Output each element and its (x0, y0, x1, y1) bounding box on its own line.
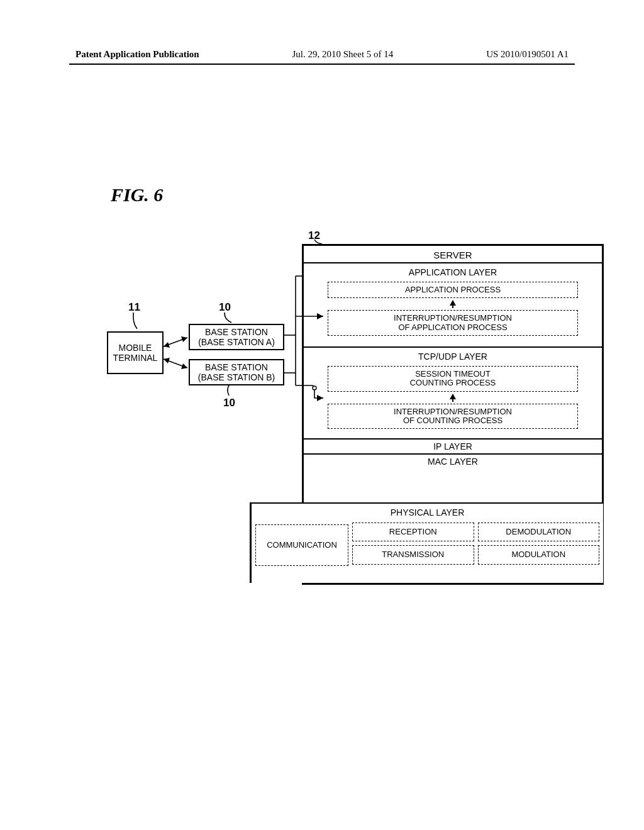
svg-marker-4 (181, 363, 187, 369)
communication-box: COMMUNICATION (255, 524, 348, 566)
base-station-b-label: BASE STATION (BASE STATION B) (198, 362, 275, 382)
arrow-up-icon (450, 394, 456, 399)
arrow-shaft (452, 399, 453, 402)
server-box: SERVER APPLICATION LAYER APPLICATION PRO… (302, 244, 604, 585)
application-layer: APPLICATION LAYER APPLICATION PROCESS IN… (304, 262, 602, 346)
ref-bs-b: 10 (223, 397, 235, 409)
demodulation-box: DEMODULATION (478, 523, 600, 541)
tcp-interrupt-box: INTERRUPTION/RESUMPTION OF COUNTING PROC… (328, 404, 577, 429)
mobile-terminal-label: MOBILE TERMINAL (113, 343, 158, 363)
physical-layer-title: PHYSICAL LAYER (255, 506, 599, 520)
header-center: Jul. 29, 2010 Sheet 5 of 14 (292, 49, 394, 60)
phys-right-col: RECEPTION DEMODULATION TRANSMISSION MODU… (352, 523, 599, 568)
application-layer-title: APPLICATION LAYER (308, 266, 598, 280)
tcp-interrupt-label: INTERRUPTION/RESUMPTION OF COUNTING PROC… (394, 407, 512, 425)
physical-layer-grid: COMMUNICATION RECEPTION DEMODULATION TRA… (255, 523, 599, 568)
phys-comm-col: COMMUNICATION (255, 523, 348, 568)
ref-bs-a: 10 (219, 301, 231, 314)
app-interrupt-box: INTERRUPTION/RESUMPTION OF APPLICATION P… (328, 310, 577, 336)
session-timeout-label: SESSION TIMEOUT COUNTING PROCESS (410, 369, 496, 387)
server-title: SERVER (304, 246, 602, 262)
physical-layer: PHYSICAL LAYER COMMUNICATION RECEPTION D… (250, 502, 603, 583)
header-left: Patent Application Publication (75, 49, 199, 60)
session-timeout-box: SESSION TIMEOUT COUNTING PROCESS (328, 366, 577, 392)
arrow-shaft (452, 306, 453, 308)
page: Patent Application Publication Jul. 29, … (0, 0, 644, 830)
base-station-b-box: BASE STATION (BASE STATION B) (189, 359, 284, 385)
app-interrupt-label: INTERRUPTION/RESUMPTION OF APPLICATION P… (394, 313, 512, 331)
svg-marker-1 (181, 336, 187, 342)
page-header: Patent Application Publication Jul. 29, … (50, 49, 594, 62)
application-process-box: APPLICATION PROCESS (328, 282, 577, 298)
ref-mobile: 11 (128, 301, 140, 314)
base-station-a-label: BASE STATION (BASE STATION A) (198, 327, 275, 347)
reception-box: RECEPTION (352, 523, 474, 541)
header-rule (69, 64, 575, 65)
phys-tx-row: TRANSMISSION MODULATION (352, 545, 599, 564)
tcp-udp-layer: TCP/UDP LAYER SESSION TIMEOUT COUNTING P… (304, 346, 602, 438)
ip-layer: IP LAYER (304, 438, 602, 453)
arrow-up-icon (450, 300, 456, 306)
svg-marker-5 (164, 358, 170, 363)
transmission-box: TRANSMISSION (352, 545, 474, 564)
figure-area: FIG. 6 11 10 10 12 MOBILE TERMINAL BASE … (88, 191, 604, 593)
ref-server: 12 (308, 230, 320, 242)
svg-line-3 (164, 359, 187, 368)
phys-rx-row: RECEPTION DEMODULATION (352, 523, 599, 541)
svg-line-0 (164, 338, 187, 346)
svg-marker-2 (164, 342, 170, 348)
tcp-udp-layer-title: TCP/UDP LAYER (308, 350, 598, 364)
base-station-a-box: BASE STATION (BASE STATION A) (189, 324, 284, 350)
mac-layer: MAC LAYER (304, 453, 602, 468)
modulation-box: MODULATION (478, 545, 600, 564)
mobile-terminal-box: MOBILE TERMINAL (107, 331, 164, 374)
figure-label: FIG. 6 (111, 184, 163, 206)
header-right: US 2010/0190501 A1 (486, 49, 569, 60)
